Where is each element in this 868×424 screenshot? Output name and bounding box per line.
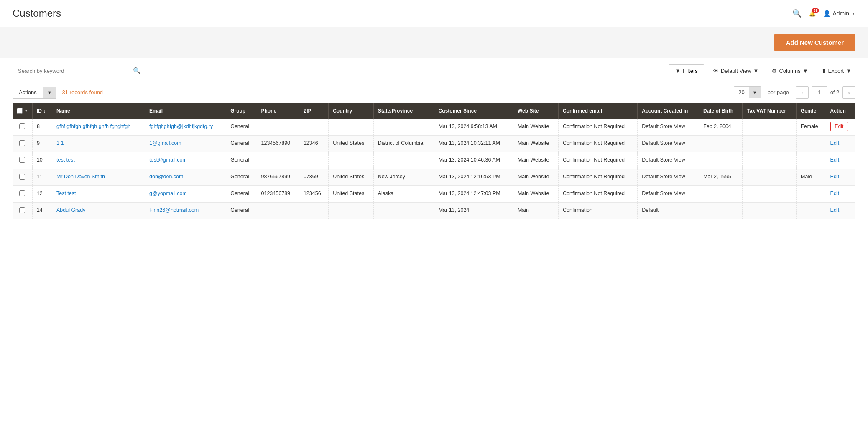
cell-action: Edit	[826, 119, 855, 136]
search-input[interactable]	[18, 68, 133, 74]
th-phone[interactable]: Phone	[257, 103, 299, 119]
cell-phone: 0123456789	[257, 186, 299, 203]
total-pages-label: of 2	[830, 89, 840, 95]
admin-menu[interactable]: 👤 Admin ▼	[823, 10, 855, 17]
cell-action: Edit	[826, 152, 855, 169]
edit-button-blue[interactable]: Edit	[830, 190, 840, 196]
cell-country	[329, 119, 374, 136]
th-tax-vat[interactable]: Tax VAT Number	[743, 103, 797, 119]
search-submit-icon[interactable]: 🔍	[133, 67, 141, 75]
cell-country	[329, 203, 374, 219]
customer-email-link[interactable]: don@don.com	[149, 174, 184, 180]
th-confirmed-email[interactable]: Confirmed email	[559, 103, 638, 119]
actions-dropdown-arrow[interactable]: ▼	[43, 87, 56, 98]
customer-name-link[interactable]: test test	[56, 157, 75, 163]
next-page-button[interactable]: ›	[842, 86, 855, 99]
th-group[interactable]: Group	[226, 103, 257, 119]
filters-label: Filters	[683, 68, 697, 74]
th-dob[interactable]: Date of Birth	[699, 103, 743, 119]
row-checkbox-0[interactable]	[19, 123, 25, 129]
cell-email: g@yopmail.com	[145, 186, 226, 203]
customer-email-link[interactable]: test@gmail.com	[149, 157, 187, 163]
cell-customer-since: Mar 13, 2024 12:47:03 PM	[434, 186, 513, 203]
customer-email-link[interactable]: g@yopmail.com	[149, 190, 187, 196]
cell-confirmed-email: Confirmation	[559, 203, 638, 219]
cell-dob: Mar 2, 1995	[699, 169, 743, 186]
columns-button[interactable]: ⚙ Columns ▼	[768, 65, 812, 77]
cell-name: Abdul Grady	[52, 203, 145, 219]
cell-confirmed-email: Confirmation Not Required	[559, 169, 638, 186]
cell-dob	[699, 152, 743, 169]
cell-phone: 1234567890	[257, 136, 299, 152]
cell-gender	[797, 186, 826, 203]
customer-name-link[interactable]: Test test	[56, 190, 76, 196]
row-checkbox-1[interactable]	[19, 140, 25, 146]
edit-button-blue[interactable]: Edit	[830, 174, 840, 180]
edit-button-blue[interactable]: Edit	[830, 140, 840, 146]
customer-email-link[interactable]: Finn26@hotmail.com	[149, 207, 199, 213]
th-account-created[interactable]: Account Created in	[638, 103, 699, 119]
cell-customer-since: Mar 13, 2024	[434, 203, 513, 219]
th-zip[interactable]: ZIP	[299, 103, 328, 119]
th-customer-since[interactable]: Customer Since	[434, 103, 513, 119]
checkbox-dropdown-arrow[interactable]: ▼	[24, 109, 28, 113]
row-checkbox-3[interactable]	[19, 174, 25, 180]
row-checkbox-5[interactable]	[19, 207, 25, 213]
customer-name-link[interactable]: Abdul Grady	[56, 207, 85, 213]
th-country[interactable]: Country	[329, 103, 374, 119]
customer-email-link[interactable]: fghfghghfgh@jkdhfjkgdfg.ry	[149, 123, 213, 129]
cell-state	[373, 119, 434, 136]
edit-button-red[interactable]: Edit	[830, 122, 848, 131]
edit-button-blue[interactable]: Edit	[830, 207, 840, 213]
cell-customer-since: Mar 13, 2024 12:16:53 PM	[434, 169, 513, 186]
customer-name-link[interactable]: Mr Don Daven Smith	[56, 174, 105, 180]
table-row: 12 Test test g@yopmail.com General 01234…	[13, 186, 855, 203]
export-arrow-icon: ▼	[846, 68, 851, 74]
row-checkbox-cell	[13, 136, 32, 152]
cell-id: 11	[32, 169, 52, 186]
cell-email: 1@gmail.com	[145, 136, 226, 152]
cell-account-created: Default Store View	[638, 169, 699, 186]
cell-account-created: Default Store View	[638, 136, 699, 152]
cell-account-created: Default	[638, 203, 699, 219]
th-id[interactable]: ID ↓	[32, 103, 52, 119]
cell-zip: 07869	[299, 169, 328, 186]
view-button[interactable]: 👁 Default View ▼	[709, 65, 763, 77]
cell-phone: 9876567899	[257, 169, 299, 186]
customer-name-link[interactable]: gfhf gfhfgh gfhfgh ghfh fghghfgh	[56, 123, 130, 129]
export-label: Export	[828, 68, 844, 74]
cell-tax-vat	[743, 186, 797, 203]
cell-confirmed-email: Confirmation Not Required	[559, 152, 638, 169]
columns-arrow-icon: ▼	[803, 68, 808, 74]
th-name[interactable]: Name	[52, 103, 145, 119]
cell-state	[373, 152, 434, 169]
customer-email-link[interactable]: 1@gmail.com	[149, 140, 181, 146]
th-gender[interactable]: Gender	[797, 103, 826, 119]
edit-button-blue[interactable]: Edit	[830, 157, 840, 163]
cell-email: Finn26@hotmail.com	[145, 203, 226, 219]
cell-confirmed-email: Confirmation Not Required	[559, 186, 638, 203]
row-checkbox-4[interactable]	[19, 190, 25, 196]
th-state[interactable]: State/Province	[373, 103, 434, 119]
cell-action: Edit	[826, 136, 855, 152]
view-arrow-icon: ▼	[753, 68, 759, 74]
notifications-bell[interactable]: 🔔 39	[809, 10, 816, 17]
row-checkbox-2[interactable]	[19, 157, 25, 163]
export-button[interactable]: ⬆ Export ▼	[817, 65, 855, 77]
cell-tax-vat	[743, 169, 797, 186]
page-number-input[interactable]	[812, 86, 827, 98]
filters-button[interactable]: ▼ Filters	[669, 64, 704, 77]
select-all-checkbox[interactable]	[17, 108, 23, 114]
cell-dob	[699, 136, 743, 152]
customer-name-link[interactable]: 1 1	[56, 140, 64, 146]
cell-email: test@gmail.com	[145, 152, 226, 169]
th-website[interactable]: Web Site	[513, 103, 558, 119]
per-page-arrow[interactable]: ▼	[749, 87, 761, 98]
admin-dropdown-arrow: ▼	[851, 11, 855, 16]
cell-id: 10	[32, 152, 52, 169]
cell-website: Main Website	[513, 119, 558, 136]
global-search-icon[interactable]: 🔍	[792, 9, 802, 18]
add-new-customer-button[interactable]: Add New Customer	[774, 34, 855, 51]
th-email[interactable]: Email	[145, 103, 226, 119]
prev-page-button[interactable]: ‹	[796, 86, 809, 99]
